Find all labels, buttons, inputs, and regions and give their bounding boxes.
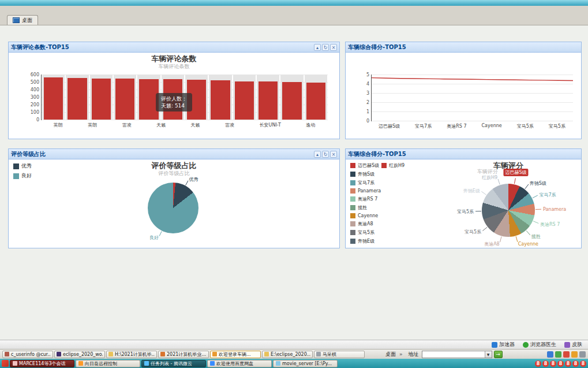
browser-tab[interactable]: H:\2021计算机毕...	[106, 351, 157, 358]
legend-label: Panamera	[358, 188, 381, 194]
bar-slot[interactable]	[66, 75, 88, 120]
pie-legend-col2: 红旗H9	[381, 162, 405, 171]
bar-slot[interactable]	[233, 75, 256, 120]
legend-item[interactable]: 优秀	[13, 162, 32, 170]
pie-legend: 迈巴赫S级奔驰S级宝马7系Panamera奥迪RS 7揽胜Cayenne奥迪A8…	[350, 162, 381, 247]
tray-icon-gray[interactable]	[579, 351, 586, 358]
pie-slice-label: 优秀	[189, 176, 198, 183]
panel-header[interactable]: 车辆综合得分-TOP15	[346, 149, 581, 159]
legend-item[interactable]: 红旗H9	[381, 162, 405, 169]
legend-item[interactable]: 奔驰S级	[350, 171, 381, 177]
tray-badge-icon[interactable]: 8	[565, 360, 571, 367]
app-icon	[144, 361, 149, 366]
dropdown-arrow-icon[interactable]: ▼	[485, 351, 492, 358]
bar-slot[interactable]	[209, 75, 231, 120]
taskbar-button-label: 欢迎使用百度网盘	[216, 360, 253, 367]
folder-icon	[108, 352, 113, 356]
taskbar-button[interactable]: 向日葵远程控制	[76, 360, 140, 367]
y-axis-tick: 300	[15, 95, 39, 100]
bar-slot[interactable]	[280, 75, 303, 120]
close-icon[interactable]: ×	[330, 151, 337, 158]
legend-item[interactable]: Panamera	[350, 188, 381, 194]
skin-button[interactable]: 皮肤	[564, 341, 582, 348]
tray-badge-icon[interactable]: 8	[580, 360, 586, 367]
browser-tab[interactable]: c_userinfo @cur...	[2, 351, 53, 358]
legend-item[interactable]: 奥迪A8	[350, 221, 381, 227]
y-axis-tick: 500	[15, 80, 39, 85]
collapse-icon[interactable]: ▴	[314, 44, 321, 51]
tray-icon-blue[interactable]	[547, 351, 553, 358]
line-chart: 543210迈巴赫S级宝马7系奥迪RS 7Cayenne宝马5系宝马5系	[346, 53, 581, 139]
panel-title: 车辆综合得分-TOP15	[348, 150, 406, 158]
taskbar-button[interactable]: 欢迎使用百度网盘	[207, 360, 272, 367]
address-combo[interactable]: ▼	[422, 351, 492, 358]
legend-item[interactable]: 迈巴赫S级	[350, 162, 381, 169]
legend-item[interactable]: 奔驰E级	[350, 238, 381, 244]
refresh-icon[interactable]: ↻	[322, 151, 329, 158]
chart-subtitle: 车辆评论条数	[9, 63, 339, 70]
pie[interactable]	[482, 184, 535, 237]
bar-slot[interactable]	[114, 75, 136, 120]
bar-slot[interactable]	[42, 75, 65, 120]
tray-badge-icon[interactable]: 8	[542, 360, 549, 367]
tray-icon-orange[interactable]	[571, 351, 578, 358]
tray-badge-icon[interactable]: 8	[572, 360, 579, 367]
browser-tab[interactable]: 马采棋	[314, 351, 365, 358]
taskbar-button[interactable]: MARCE114等3个会话	[10, 360, 74, 367]
browser-doctor-button[interactable]: 浏览器医生	[523, 341, 556, 348]
taskbar-button-label: movie_server [E:\Py...	[282, 361, 332, 366]
panel-header[interactable]: 车辆综合得分-TOP15	[346, 42, 581, 53]
taskbar-button[interactable]: movie_server [E:\Py...	[273, 360, 338, 367]
pie-slice-label: 迈巴赫S级	[504, 169, 529, 176]
pie-slice-label: Panamera	[543, 207, 566, 212]
panel-score-pie: 车辆综合得分-TOP15 车辆评分车辆评分迈巴赫S级奔驰S级宝马7系Paname…	[345, 148, 582, 248]
tray-badge-icon[interactable]: 8	[550, 360, 556, 367]
legend-swatch	[350, 163, 355, 168]
legend-item[interactable]: 揽胜	[350, 205, 381, 211]
browser-tab-bar: c_userinfo @cur...eclipse_2020_wo...H:\2…	[0, 349, 588, 359]
tray-icon-red[interactable]	[563, 351, 570, 358]
browser-tab[interactable]: eclipse_2020_wo...	[54, 351, 105, 358]
legend-swatch	[381, 163, 387, 168]
legend-item[interactable]: 奥迪RS 7	[350, 196, 381, 202]
tab-desktop[interactable]: 桌面	[7, 15, 38, 25]
tray-icon-green[interactable]	[555, 351, 561, 358]
bar-chart: 车辆评论条数车辆评论条数6005004003002001000英朗英朗雷凌天籁天…	[9, 53, 339, 139]
bar-slot[interactable]	[305, 75, 327, 120]
taskbar-button[interactable]: 任务列表 - 腾讯微云	[141, 360, 206, 367]
close-icon[interactable]: ×	[330, 44, 337, 51]
browser-tab[interactable]: E:\eclipse_2020...	[262, 351, 313, 358]
window-title-strip	[0, 0, 588, 6]
browser-tab[interactable]: 2021计算机毕业...	[158, 351, 209, 358]
pie-legend: 优秀良好	[13, 162, 32, 182]
legend-item[interactable]: 宝马5系	[350, 229, 381, 236]
tray-badge-icon[interactable]: 8	[535, 360, 541, 367]
browser-tab[interactable]: 欢迎登录车辆...	[210, 351, 261, 358]
browser-status-bar: 加速器 浏览器医生 皮肤	[0, 340, 588, 349]
desktop-button[interactable]: 桌面	[385, 351, 396, 358]
accelerator-button[interactable]: 加速器	[492, 341, 515, 348]
panel-header[interactable]: 评价等级占比 ▴ ↻ ×	[9, 149, 339, 159]
legend-item[interactable]: 良好	[13, 172, 32, 180]
panel-title: 车辆综合得分-TOP15	[348, 43, 406, 51]
go-button[interactable]: →	[494, 351, 503, 358]
x-axis-label: 天籁	[191, 122, 200, 128]
legend-item[interactable]: 宝马7系	[350, 180, 381, 186]
pie[interactable]	[148, 183, 199, 233]
address-input[interactable]	[422, 351, 485, 358]
legend-item[interactable]: Cayenne	[350, 213, 381, 218]
eclipse-icon	[57, 352, 61, 356]
bar	[259, 81, 278, 120]
gridline	[42, 120, 328, 120]
bar-slot[interactable]	[257, 75, 279, 120]
collapse-icon[interactable]: ▴	[314, 151, 321, 158]
bar	[68, 78, 87, 120]
start-icon[interactable]	[2, 360, 9, 367]
pie-slice-label: 奔驰E级	[463, 187, 480, 194]
tray-badge-icon[interactable]: 8	[557, 360, 564, 367]
bar-slot[interactable]	[90, 75, 113, 120]
panel-header[interactable]: 车辆评论条数-TOP15 ▴ ↻ ×	[9, 42, 339, 53]
tooltip-label: 评价人数：	[161, 95, 187, 102]
legend-swatch	[350, 188, 355, 194]
refresh-icon[interactable]: ↻	[322, 44, 329, 51]
